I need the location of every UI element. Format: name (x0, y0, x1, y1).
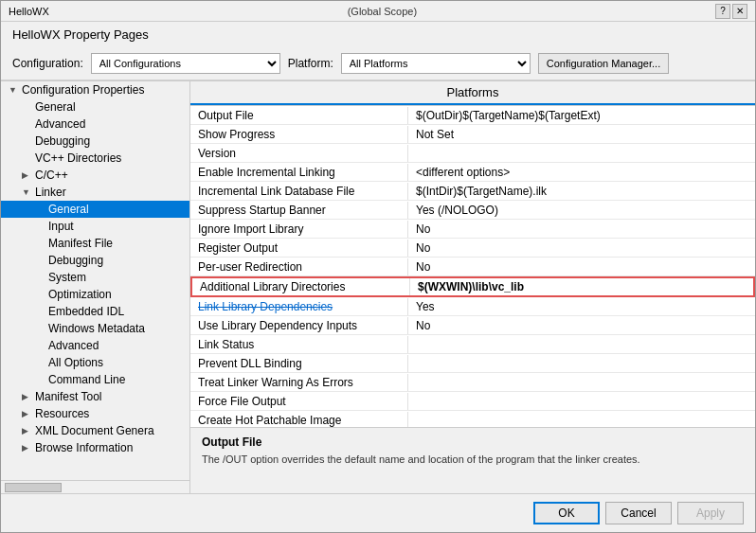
config-manager-button[interactable]: Configuration Manager... (538, 53, 669, 74)
tree-item-linker-debugging[interactable]: Debugging (1, 252, 189, 269)
apply-button[interactable]: Apply (677, 502, 744, 524)
tree-item-linker-windows[interactable]: Windows Metadata (1, 320, 189, 337)
tree-item-resources[interactable]: ▶ Resources (1, 405, 189, 422)
prop-row-14[interactable]: Treat Linker Warning As Errors (190, 373, 755, 392)
tree-item-linker-manifest[interactable]: Manifest File (1, 235, 189, 252)
tree-item-linker-embedded[interactable]: Embedded IDL (1, 303, 189, 320)
prop-row-7[interactable]: Register OutputNo (190, 239, 755, 258)
prop-row-8[interactable]: Per-user RedirectionNo (190, 258, 755, 276)
prop-row-16[interactable]: Create Hot Patchable Image (190, 411, 755, 427)
tree-label-xml-doc: XML Document Genera (35, 424, 154, 437)
tree-item-linker-advanced[interactable]: Advanced (1, 337, 189, 354)
prop-row-12[interactable]: Link Status (190, 335, 755, 354)
tree-item-linker-input[interactable]: Input (1, 218, 189, 235)
right-panel: Platforms Output File$(OutDir)$(TargetNa… (190, 81, 755, 493)
config-row: Configuration: All Configurations Platfo… (1, 47, 755, 80)
tree-item-browse-info[interactable]: ▶ Browse Information (1, 439, 189, 456)
tree-item-advanced-1[interactable]: Advanced (1, 115, 189, 133)
prop-row-15[interactable]: Force File Output (190, 392, 755, 411)
tree-label-linker-input: Input (48, 220, 74, 233)
prop-value-13 (408, 362, 755, 365)
prop-row-0[interactable]: Output File$(OutDir)$(TargetName)$(Targe… (190, 106, 755, 125)
prop-row-5[interactable]: Suppress Startup BannerYes (/NOLOGO) (190, 201, 755, 220)
tree-label-linker-system: System (48, 271, 86, 284)
tree-expand-icon-resources: ▶ (22, 409, 33, 418)
tree-item-vcpp-dirs[interactable]: VC++ Directories (1, 150, 189, 167)
tree-item-manifest-tool[interactable]: ▶ Manifest Tool (1, 388, 189, 405)
tree-item-config-props[interactable]: ▼ Configuration Properties (1, 81, 189, 98)
prop-value-6: No (408, 221, 755, 238)
prop-name-12: Link Status (190, 336, 408, 353)
prop-name-13: Prevent DLL Binding (190, 355, 408, 372)
ok-button[interactable]: OK (533, 502, 600, 524)
tree-expand-icon-linker: ▼ (22, 187, 33, 197)
prop-value-10: Yes (408, 298, 755, 315)
tree-item-linker-cmdline[interactable]: Command Line (1, 371, 189, 388)
tree-item-linker[interactable]: ▼ Linker (1, 184, 189, 201)
prop-name-11: Use Library Dependency Inputs (190, 317, 408, 334)
prop-value-5: Yes (/NOLOGO) (408, 202, 755, 219)
tree-item-linker-system[interactable]: System (1, 269, 189, 286)
prop-row-2[interactable]: Version (190, 144, 755, 163)
prop-value-16 (408, 418, 755, 422)
tree-label-browse-info: Browse Information (35, 441, 133, 454)
cancel-button[interactable]: Cancel (605, 502, 672, 524)
prop-row-13[interactable]: Prevent DLL Binding (190, 354, 755, 373)
tree-horizontal-scrollbar[interactable] (1, 480, 189, 493)
property-pages-window: HelloWX (Global Scope) ? ✕ HelloWX Prope… (0, 0, 756, 533)
prop-name-15: Force File Output (190, 393, 408, 410)
prop-row-11[interactable]: Use Library Dependency InputsNo (190, 316, 755, 335)
app-title: HelloWX (9, 6, 49, 17)
tree-item-debugging[interactable]: Debugging (1, 133, 189, 150)
dialog-header: HelloWX Property Pages (1, 22, 755, 47)
tree-label-advanced-1: Advanced (35, 117, 85, 131)
tree-expand-icon-config-props: ▼ (9, 85, 20, 95)
prop-name-1: Show Progress (190, 126, 408, 143)
tree-scroll-content[interactable]: ▼ Configuration Properties General Advan… (1, 81, 189, 480)
platform-select[interactable]: All Platforms (341, 53, 531, 74)
prop-value-12 (408, 343, 755, 346)
prop-row-6[interactable]: Ignore Import LibraryNo (190, 220, 755, 239)
prop-value-9: $(WXWIN)\lib\vc_lib (410, 278, 753, 295)
tree-panel: ▼ Configuration Properties General Advan… (1, 81, 190, 493)
prop-value-2 (408, 151, 755, 155)
prop-name-3: Enable Incremental Linking (190, 164, 408, 181)
prop-row-3[interactable]: Enable Incremental Linking<different opt… (190, 163, 755, 182)
prop-row-10[interactable]: Link Library DependenciesYes (190, 297, 755, 316)
tree-label-linker-optimization: Optimization (48, 288, 112, 301)
prop-name-0: Output File (190, 107, 408, 124)
title-bar-top: HelloWX (Global Scope) ? ✕ (1, 1, 755, 22)
button-row: OK Cancel Apply (1, 493, 755, 532)
tree-item-linker-allopts[interactable]: All Options (1, 354, 189, 371)
prop-value-7: No (408, 240, 755, 257)
close-button[interactable]: ✕ (732, 4, 747, 19)
prop-value-0: $(OutDir)$(TargetName)$(TargetExt) (408, 107, 755, 124)
prop-rows-container: Output File$(OutDir)$(TargetName)$(Targe… (190, 106, 755, 427)
platforms-label: Platforms (190, 81, 755, 105)
tree-item-linker-optimization[interactable]: Optimization (1, 286, 189, 303)
platforms-header: Platforms (190, 81, 755, 106)
prop-name-5: Suppress Startup Banner (190, 202, 408, 219)
prop-row-9[interactable]: Additional Library Directories$(WXWIN)\l… (190, 276, 755, 297)
tree-expand-icon-cpp: ▶ (22, 170, 33, 180)
help-button[interactable]: ? (715, 4, 730, 19)
prop-name-9: Additional Library Directories (192, 278, 410, 295)
tree-item-xml-doc[interactable]: ▶ XML Document Genera (1, 422, 189, 439)
tree-label-resources: Resources (35, 407, 89, 420)
tree-label-linker-allopts: All Options (48, 356, 103, 369)
title-bar: HelloWX (Global Scope) ? ✕ HelloWX Prope… (1, 1, 755, 81)
prop-name-14: Treat Linker Warning As Errors (190, 374, 408, 391)
description-title: Output File (202, 435, 744, 449)
tree-item-cpp[interactable]: ▶ C/C++ (1, 167, 189, 184)
properties-table[interactable]: Output File$(OutDir)$(TargetName)$(Targe… (190, 106, 755, 427)
tree-label-linker-manifest: Manifest File (48, 237, 113, 250)
prop-name-10: Link Library Dependencies (190, 298, 408, 315)
tree-item-linker-general[interactable]: General (1, 201, 189, 218)
prop-row-1[interactable]: Show ProgressNot Set (190, 125, 755, 144)
prop-name-7: Register Output (190, 240, 408, 257)
prop-name-6: Ignore Import Library (190, 221, 408, 238)
prop-name-8: Per-user Redirection (190, 258, 408, 275)
tree-item-general[interactable]: General (1, 98, 189, 115)
prop-row-4[interactable]: Incremental Link Database File$(IntDir)$… (190, 182, 755, 201)
configuration-select[interactable]: All Configurations (91, 53, 280, 74)
